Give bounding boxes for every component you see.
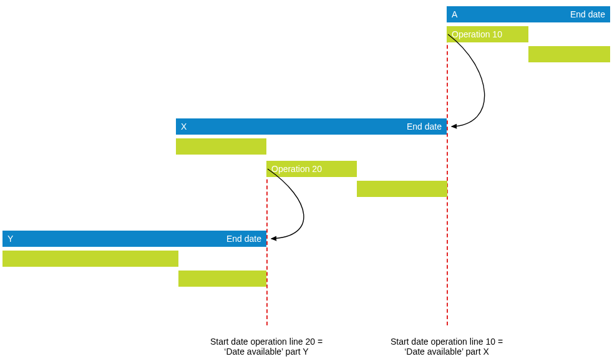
y-bar-1 bbox=[2, 251, 178, 267]
vline-op10 bbox=[447, 26, 448, 325]
x-op20-label: Operation 20 bbox=[271, 164, 322, 174]
a-header-label: A bbox=[452, 6, 457, 22]
x-bar-3 bbox=[357, 181, 447, 197]
caption-op20: Start date operation line 20 = ‘Date ava… bbox=[210, 337, 323, 357]
caption-op20-line2: ‘Date available’ part Y bbox=[210, 347, 323, 357]
x-op20-bar: Operation 20 bbox=[266, 161, 357, 177]
caption-op10-line1: Start date operation line 10 = bbox=[391, 337, 503, 347]
a-header-end: End date bbox=[570, 6, 605, 22]
arrow-x-to-y bbox=[0, 0, 612, 364]
a-op10-bar: Operation 10 bbox=[447, 26, 528, 42]
y-header-label: Y bbox=[7, 231, 13, 247]
caption-op10: Start date operation line 10 = ‘Date ava… bbox=[391, 337, 503, 357]
y-header-bar: Y End date bbox=[2, 231, 266, 247]
y-bar-2 bbox=[178, 271, 266, 287]
vline-op20 bbox=[266, 161, 268, 325]
a-header-bar: A End date bbox=[447, 6, 610, 22]
a-bar-2 bbox=[528, 46, 610, 62]
caption-op20-line1: Start date operation line 20 = bbox=[210, 337, 323, 347]
a-op10-label: Operation 10 bbox=[452, 29, 502, 39]
arrow-a-to-x bbox=[0, 0, 612, 364]
y-header-end: End date bbox=[226, 231, 261, 247]
caption-op10-line2: ‘Date available’ part X bbox=[391, 347, 503, 357]
x-header-label: X bbox=[181, 118, 187, 135]
x-header-end: End date bbox=[407, 118, 442, 135]
x-bar-1 bbox=[176, 138, 266, 155]
x-header-bar: X End date bbox=[176, 118, 447, 135]
